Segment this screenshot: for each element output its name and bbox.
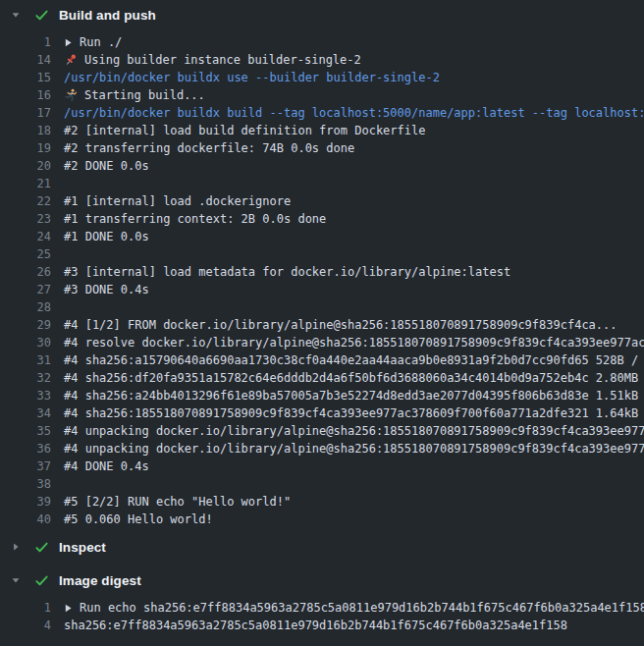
log-line-content: #4 sha256:a24bb4013296f61e89ba57005a7b3e… [51, 387, 644, 404]
line-number[interactable]: 18 [0, 122, 51, 139]
log-line-content: #1 [internal] load .dockerignore [51, 192, 291, 210]
line-number[interactable]: 15 [0, 69, 51, 86]
success-check-icon [33, 539, 49, 555]
log-text: #4 DONE 0.4s [64, 458, 149, 475]
line-number[interactable]: 4 [0, 617, 51, 634]
line-number[interactable]: 37 [0, 458, 51, 475]
log-line-content: #2 DONE 0.0s [51, 157, 149, 175]
log-line: 31#4 sha256:a15790640a6690aa1730c38cf0a4… [0, 351, 644, 369]
log-line: 20#2 DONE 0.0s [0, 157, 644, 175]
runner-icon [64, 88, 78, 102]
line-number[interactable]: 1 [0, 33, 51, 51]
log-group-build-and-push: Build and push1Run ./14Using builder ins… [0, 0, 644, 528]
log-line: 19#2 transferring dockerfile: 74B 0.0s d… [0, 139, 644, 157]
log-line-content: #5 [2/2] RUN echo "Hello world!" [51, 493, 291, 511]
chevron-right-icon[interactable] [8, 539, 24, 555]
log-line: 22#1 [internal] load .dockerignore [0, 192, 644, 210]
line-number[interactable]: 31 [0, 351, 51, 369]
log-group-header[interactable]: Build and push [0, 0, 644, 29]
log-line-content: Starting build... [51, 86, 205, 104]
line-number[interactable]: 28 [0, 298, 51, 316]
log-line: 4sha256:e7ff8834a5963a2785c5a0811e979d16… [0, 617, 644, 634]
line-number[interactable]: 24 [0, 228, 51, 245]
expand-triangle-icon[interactable] [64, 38, 73, 47]
line-number[interactable]: 16 [0, 86, 51, 104]
log-line: 26#3 [internal] load metadata for docker… [0, 263, 644, 281]
line-number[interactable]: 26 [0, 263, 51, 281]
log-line-content: #1 transferring context: 2B 0.0s done [51, 210, 326, 228]
line-number[interactable]: 22 [0, 192, 51, 210]
log-text: #4 sha256:df20fa9351a15782c64e6dddb2d4a6… [64, 369, 644, 387]
log-line: 17/usr/bin/docker buildx build --tag loc… [0, 104, 644, 122]
log-text: #4 sha256:a24bb4013296f61e89ba57005a7b3e… [64, 387, 644, 404]
line-number[interactable]: 14 [0, 51, 51, 69]
log-line: 36#4 unpacking docker.io/library/alpine@… [0, 440, 644, 458]
line-number[interactable]: 23 [0, 210, 51, 228]
log-line-content: #2 transferring dockerfile: 74B 0.0s don… [51, 139, 354, 157]
log-line-content: #4 [1/2] FROM docker.io/library/alpine@s… [51, 316, 617, 334]
log-line-content: #4 DONE 0.4s [51, 458, 149, 475]
line-number[interactable]: 1 [0, 599, 51, 617]
log-text: /usr/bin/docker buildx build --tag local… [64, 104, 644, 122]
log-line: 18#2 [internal] load build definition fr… [0, 122, 644, 139]
line-number[interactable]: 40 [0, 511, 51, 528]
log-group-header[interactable]: Image digest [0, 565, 644, 595]
log-group-image-digest: Image digest1Run echo sha256:e7ff8834a59… [0, 565, 644, 634]
log-text: #3 DONE 0.4s [64, 281, 149, 298]
log-text: Run ./ [80, 33, 122, 51]
workflow-log-viewer: Build and push1Run ./14Using builder ins… [0, 0, 644, 646]
log-line: 29#4 [1/2] FROM docker.io/library/alpine… [0, 316, 644, 334]
log-group-header[interactable]: Inspect [0, 532, 644, 562]
log-text: #4 sha256:a15790640a6690aa1730c38cf0a440… [64, 351, 644, 369]
line-number[interactable]: 25 [0, 245, 51, 263]
line-number[interactable]: 33 [0, 387, 51, 404]
line-number[interactable]: 35 [0, 422, 51, 440]
log-text: #2 DONE 0.0s [64, 157, 149, 175]
log-line: 25 [0, 245, 644, 263]
log-group-title: Inspect [59, 540, 106, 555]
chevron-down-icon[interactable] [8, 572, 24, 588]
log-line: 14Using builder instance builder-single-… [0, 51, 644, 69]
line-number[interactable]: 19 [0, 139, 51, 157]
log-line-content: #5 0.060 Hello world! [51, 511, 213, 528]
line-number[interactable]: 29 [0, 316, 51, 334]
log-line-content: #4 sha256:185518070891758909c9f839cf4ca3… [51, 404, 644, 422]
log-line: 16Starting build... [0, 86, 644, 104]
log-line-content: #1 DONE 0.0s [51, 228, 149, 245]
success-check-icon [33, 572, 49, 588]
log-line: 33#4 sha256:a24bb4013296f61e89ba57005a7b… [0, 387, 644, 404]
line-number[interactable]: 34 [0, 404, 51, 422]
line-number[interactable]: 32 [0, 369, 51, 387]
log-line-content: #4 sha256:df20fa9351a15782c64e6dddb2d4a6… [51, 369, 644, 387]
log-line: 30#4 resolve docker.io/library/alpine@sh… [0, 334, 644, 351]
log-text: /usr/bin/docker buildx use --builder bui… [64, 69, 440, 86]
log-text: Run echo sha256:e7ff8834a5963a2785c5a081… [80, 599, 644, 617]
log-group-title: Image digest [59, 573, 141, 588]
line-number[interactable]: 17 [0, 104, 51, 122]
log-line-content: #3 [internal] load metadata for docker.i… [51, 263, 510, 281]
expand-triangle-icon[interactable] [64, 604, 73, 613]
success-check-icon [33, 7, 49, 23]
line-number[interactable]: 20 [0, 157, 51, 175]
log-line-content: #4 resolve docker.io/library/alpine@sha2… [51, 334, 644, 351]
log-line-content: /usr/bin/docker buildx build --tag local… [51, 104, 644, 122]
line-number[interactable]: 30 [0, 334, 51, 351]
log-text: #5 [2/2] RUN echo "Hello world!" [64, 493, 291, 511]
log-text: #2 [internal] load build definition from… [64, 122, 425, 139]
log-text: #4 resolve docker.io/library/alpine@sha2… [64, 334, 644, 351]
log-line: 35#4 unpacking docker.io/library/alpine@… [0, 422, 644, 440]
line-number[interactable]: 38 [0, 475, 51, 493]
log-line: 34#4 sha256:185518070891758909c9f839cf4c… [0, 404, 644, 422]
log-line: 32#4 sha256:df20fa9351a15782c64e6dddb2d4… [0, 369, 644, 387]
chevron-down-icon[interactable] [8, 7, 24, 23]
log-line: 28 [0, 298, 644, 316]
log-text: #4 sha256:185518070891758909c9f839cf4ca3… [64, 404, 644, 422]
log-group-title: Build and push [59, 8, 156, 23]
line-number[interactable]: 21 [0, 175, 51, 192]
line-number[interactable]: 27 [0, 281, 51, 298]
log-line-content: Using builder instance builder-single-2 [51, 51, 361, 69]
line-number[interactable]: 39 [0, 493, 51, 511]
log-line-content: #4 sha256:a15790640a6690aa1730c38cf0a440… [51, 351, 644, 369]
line-number[interactable]: 36 [0, 440, 51, 458]
log-text: #2 transferring dockerfile: 74B 0.0s don… [64, 139, 354, 157]
